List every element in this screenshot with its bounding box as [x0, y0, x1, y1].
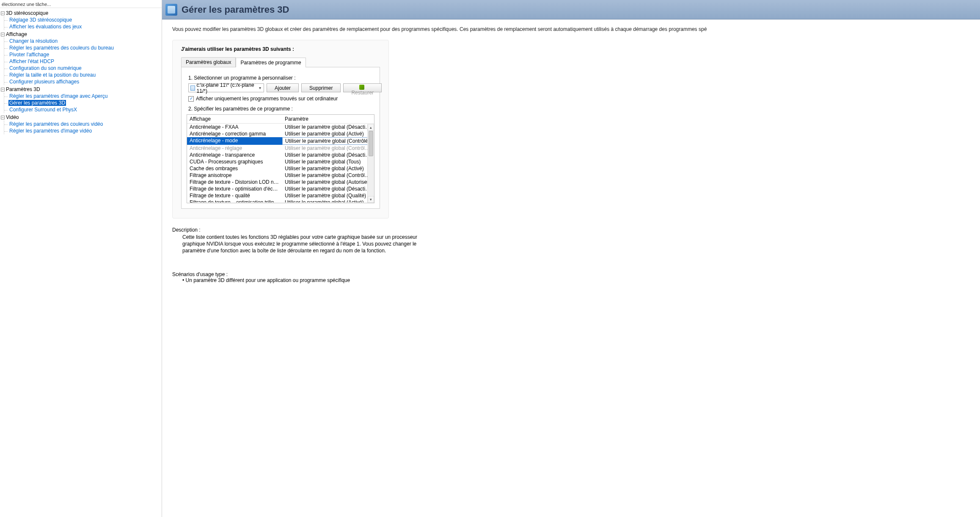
- tree-link[interactable]: Régler les paramètres des couleurs du bu…: [8, 45, 115, 51]
- scroll-up-icon[interactable]: ▴: [368, 124, 374, 131]
- restore-button[interactable]: Restaurer: [343, 83, 382, 92]
- feature-cell: Anticrénelage - transparence: [187, 152, 282, 158]
- settings-row[interactable]: Anticrénelage - FXAAUtiliser le paramètr…: [187, 124, 374, 130]
- panel-title: J'aimerais utiliser les paramètres 3D su…: [181, 46, 380, 52]
- tree-group-label: Vidéo: [6, 114, 19, 120]
- feature-cell: Filtrage de texture - qualité: [187, 192, 282, 199]
- tree-group-header[interactable]: −3D stéréoscopique: [1, 10, 162, 17]
- scenario-label: Scénarios d'usage type :: [172, 271, 970, 277]
- setting-cell[interactable]: Utiliser le paramètre global (Activé): [282, 199, 374, 202]
- tree-link[interactable]: Changer la résolution: [8, 38, 58, 44]
- tab-content: 1. Sélectionner un programme à personnal…: [181, 67, 380, 209]
- nvidia-3d-icon: [165, 4, 177, 16]
- col-feature[interactable]: Affichage: [187, 115, 282, 124]
- tree-group-header[interactable]: −Vidéo: [1, 114, 162, 121]
- feature-cell: Filtrage anisotrope: [187, 172, 282, 179]
- description-text: Cette liste contient toutes les fonction…: [182, 234, 426, 254]
- page-titlebar: Gérer les paramètres 3D: [162, 0, 980, 19]
- feature-cell: Anticrénelage - FXAA: [187, 124, 282, 130]
- tree-group-label: Paramètres 3D: [6, 86, 40, 92]
- remove-button[interactable]: Supprimer: [301, 83, 341, 92]
- settings-row[interactable]: Anticrénelage - modeUtiliser le paramètr…: [187, 137, 374, 145]
- setting-cell[interactable]: Utiliser le paramètre global (Contrôlés …: [282, 145, 374, 152]
- settings-row[interactable]: Filtrage de texture - optimisation d'éch…: [187, 185, 374, 192]
- sidebar-title: électionnez une tâche...: [0, 1, 162, 8]
- tree-group-label: Affichage: [6, 31, 27, 37]
- tree-link[interactable]: Afficher l'état HDCP: [8, 58, 55, 64]
- tree-group-label: 3D stéréoscopique: [6, 10, 48, 16]
- setting-cell[interactable]: Utiliser le paramètre global (Activé): [282, 130, 374, 137]
- restore-button-label: Restaurer: [351, 90, 374, 96]
- setting-cell[interactable]: Utiliser le paramètre global (Contrôlés …: [282, 137, 374, 145]
- feature-cell: CUDA - Processeurs graphiques: [187, 158, 282, 165]
- tree-link[interactable]: Réglage 3D stéréoscopique: [8, 17, 73, 23]
- main-panel: Gérer les paramètres 3D Vous pouvez modi…: [162, 0, 980, 517]
- col-setting[interactable]: Paramètre: [282, 115, 374, 124]
- settings-row[interactable]: Anticrénelage - réglageUtiliser le param…: [187, 145, 374, 152]
- settings-row[interactable]: Cache des ombragesUtiliser le paramètre …: [187, 165, 374, 172]
- setting-cell[interactable]: Utiliser le paramètre global (Autoriser): [282, 179, 374, 185]
- only-found-checkbox[interactable]: ✓: [188, 96, 194, 102]
- step1-label: 1. Sélectionner un programme à personnal…: [188, 75, 374, 81]
- settings-row[interactable]: Anticrénelage - correction gammaUtiliser…: [187, 130, 374, 137]
- collapse-icon[interactable]: −: [1, 88, 5, 91]
- collapse-icon[interactable]: −: [1, 11, 5, 15]
- collapse-icon[interactable]: −: [1, 33, 5, 36]
- feature-cell: Anticrénelage - correction gamma: [187, 130, 282, 137]
- description-label: Description :: [172, 227, 426, 233]
- feature-cell: Filtrage de texture – optimisation trili…: [187, 199, 282, 202]
- chevron-down-icon: ▾: [258, 86, 262, 90]
- setting-cell[interactable]: Utiliser le paramètre global (Désactivé): [282, 124, 374, 130]
- setting-cell[interactable]: Utiliser le paramètre global (Activé): [282, 165, 374, 172]
- feature-cell: Filtrage de texture - optimisation d'éch…: [187, 185, 282, 192]
- page-title: Gérer les paramètres 3D: [182, 4, 289, 15]
- scroll-down-icon[interactable]: ▾: [368, 196, 374, 203]
- only-found-label: Afficher uniquement les programmes trouv…: [196, 96, 338, 102]
- settings-row[interactable]: Filtrage de texture – optimisation trili…: [187, 199, 374, 202]
- tree-link[interactable]: Configurer plusieurs affichages: [8, 79, 80, 85]
- settings-row[interactable]: Filtrage anisotropeUtiliser le paramètre…: [187, 172, 374, 179]
- tree-group-header[interactable]: −Paramètres 3D: [1, 86, 162, 93]
- add-button[interactable]: Ajouter: [267, 83, 299, 92]
- tree-link[interactable]: Régler les paramètres d'image avec Aperç…: [8, 93, 108, 99]
- sidebar: électionnez une tâche... −3D stéréoscopi…: [0, 0, 162, 517]
- tree-link[interactable]: Pivoter l'affichage: [8, 52, 50, 58]
- tabs: Paramètres globaux Paramètres de program…: [181, 57, 380, 67]
- setting-cell[interactable]: Utiliser le paramètre global (Désactivé): [282, 185, 374, 192]
- feature-cell: Anticrénelage - réglage: [187, 145, 282, 152]
- setting-cell[interactable]: Utiliser le paramètre global (Désactivé): [282, 152, 374, 158]
- check-icon: ✓: [190, 97, 193, 101]
- settings-panel: J'aimerais utiliser les paramètres 3D su…: [172, 40, 389, 218]
- feature-cell: Filtrage de texture - Distorsion LOD nég…: [187, 179, 282, 185]
- tree-link[interactable]: Régler les paramètres des couleurs vidéo: [8, 121, 104, 127]
- settings-row[interactable]: Filtrage de texture - qualitéUtiliser le…: [187, 192, 374, 199]
- tree-link[interactable]: Régler les paramètres d'image vidéo: [8, 128, 93, 134]
- tree-link[interactable]: Afficher les évaluations des jeux: [8, 24, 83, 30]
- program-icon: [190, 86, 195, 91]
- tree-link[interactable]: Configurer Surround et PhysX: [8, 107, 78, 113]
- collapse-icon[interactable]: −: [1, 116, 5, 119]
- nvidia-logo-icon: [359, 85, 364, 90]
- tree-link[interactable]: Régler la taille et la position du burea…: [8, 72, 96, 78]
- setting-cell[interactable]: Utiliser le paramètre global (Tous): [282, 158, 374, 165]
- step2-label: 2. Spécifier les paramètres de ce progra…: [188, 106, 374, 112]
- scenario-item: Un paramètre 3D différent pour une appli…: [186, 277, 350, 283]
- settings-row[interactable]: CUDA - Processeurs graphiquesUtiliser le…: [187, 158, 374, 165]
- tab-program[interactable]: Paramètres de programme: [236, 58, 306, 67]
- setting-cell[interactable]: Utiliser le paramètre global (Qualité): [282, 192, 374, 199]
- settings-grid: Affichage Paramètre Anticrénelage - FXAA…: [187, 114, 374, 203]
- program-select[interactable]: c:\x-plane 11\* (c:/x-plane 11/*) ▾: [188, 83, 264, 92]
- tree-group-header[interactable]: −Affichage: [1, 31, 162, 38]
- grid-scrollbar[interactable]: ▴ ▾: [367, 124, 374, 203]
- setting-cell[interactable]: Utiliser le paramètre global (Contrôlés …: [282, 172, 374, 179]
- intro-text: Vous pouvez modifier les paramètres 3D g…: [172, 26, 970, 32]
- settings-row[interactable]: Anticrénelage - transparenceUtiliser le …: [187, 152, 374, 158]
- program-select-text: c:\x-plane 11\* (c:/x-plane 11/*): [197, 82, 256, 94]
- tree-link[interactable]: Configuration du son numérique: [8, 65, 83, 71]
- tab-global[interactable]: Paramètres globaux: [181, 57, 236, 67]
- feature-cell: Cache des ombrages: [187, 165, 282, 172]
- tree-link[interactable]: Gérer les paramètres 3D: [8, 100, 66, 106]
- feature-cell: Anticrénelage - mode: [187, 137, 282, 145]
- settings-row[interactable]: Filtrage de texture - Distorsion LOD nég…: [187, 179, 374, 185]
- scroll-thumb[interactable]: [369, 131, 373, 156]
